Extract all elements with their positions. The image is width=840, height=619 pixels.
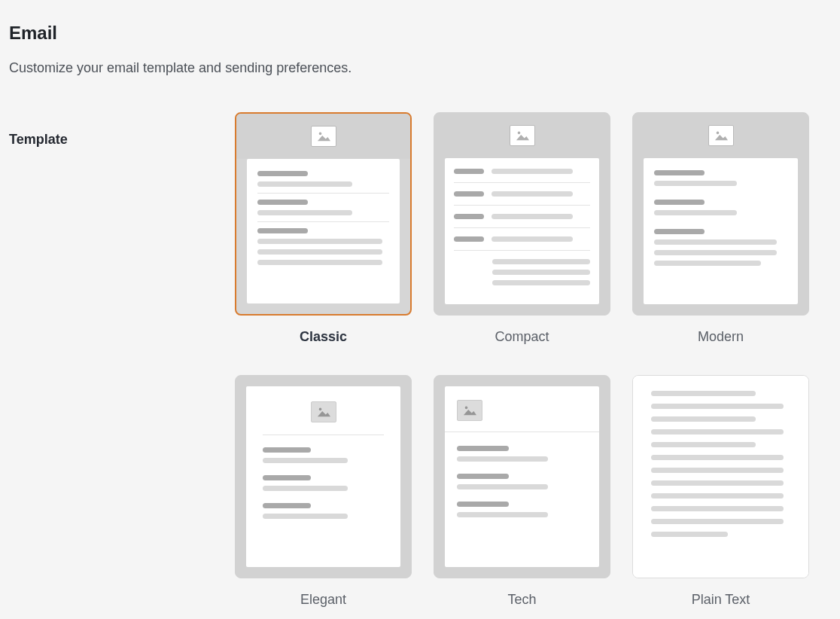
image-icon — [708, 125, 734, 146]
svg-point-1 — [517, 132, 520, 135]
template-option-elegant[interactable]: Elegant — [235, 375, 412, 608]
image-icon — [457, 400, 482, 421]
template-label: Compact — [495, 329, 549, 345]
template-option-modern[interactable]: Modern — [632, 112, 809, 345]
svg-point-3 — [318, 408, 321, 411]
template-option-classic[interactable]: Classic — [235, 112, 412, 345]
image-icon — [311, 126, 336, 147]
template-label: Classic — [300, 329, 347, 345]
image-icon — [510, 125, 535, 146]
template-label: Modern — [698, 329, 744, 345]
template-section: Template — [9, 112, 831, 608]
template-option-tech[interactable]: Tech — [434, 375, 610, 608]
template-thumbnail — [632, 112, 809, 316]
template-thumbnail — [235, 375, 412, 578]
svg-point-4 — [465, 407, 468, 410]
template-label: Tech — [507, 592, 536, 608]
template-label: Plain Text — [692, 592, 750, 608]
template-thumbnail — [434, 375, 610, 578]
template-thumbnail — [235, 112, 412, 316]
page-subtitle: Customize your email template and sendin… — [9, 60, 831, 76]
page-title: Email — [9, 23, 831, 44]
svg-point-2 — [716, 132, 719, 135]
template-thumbnail — [434, 112, 610, 316]
template-grid: Classic — [235, 112, 809, 608]
template-label: Elegant — [300, 592, 346, 608]
template-option-plain-text[interactable]: Plain Text — [632, 375, 809, 608]
image-icon — [311, 401, 336, 422]
section-label: Template — [9, 112, 235, 148]
template-option-compact[interactable]: Compact — [434, 112, 610, 345]
template-thumbnail — [632, 375, 809, 578]
svg-point-0 — [318, 133, 321, 136]
